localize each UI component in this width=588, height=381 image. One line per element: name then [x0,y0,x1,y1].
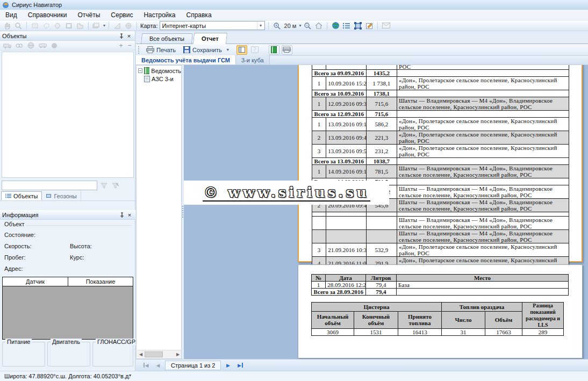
info-panel-header: Информация × [0,210,135,220]
follow-icon[interactable] [14,41,24,50]
tree-item-azs[interactable]: АЗС 3-и [144,76,181,82]
objects-tree-area[interactable] [2,52,134,178]
info-panel-title: Информация [2,212,118,218]
save-dropdown-icon[interactable]: ▾ [227,47,229,52]
sphere-icon[interactable] [49,41,59,50]
tab-geozones[interactable]: Геозоны [42,191,81,200]
scrollbar-thumb[interactable] [145,351,163,357]
layers-button[interactable] [92,21,102,30]
geozone-small-icon [46,193,52,198]
report-toolbar: Печать Сохранить ▾ ? [136,44,588,56]
statusbar-dropdown-icon[interactable]: ▾ [129,373,131,378]
globe-small-icon[interactable] [26,41,35,50]
menu-item[interactable]: Вид [0,10,23,20]
mail-icon[interactable] [381,21,391,30]
page-setup-icon [283,47,291,53]
toggle-parameters-panel-button[interactable] [236,45,247,55]
tab-report[interactable]: Отчет [193,33,227,44]
height-label: Высота: [70,243,92,249]
app-icon [2,2,9,9]
clear-filter-icon[interactable] [110,181,120,190]
page-setup-button[interactable] [282,45,292,55]
map-select[interactable]: Интернет-карты ▾ [160,21,265,30]
report-total-row: Всего за 13.09.20161038,7 [312,158,569,165]
layers-dropdown-icon[interactable]: ▾ [103,23,105,28]
vehicle-icon[interactable] [2,41,12,50]
summary-group-header-row: ЦистернаТоплив ораздачаРазница показаний… [312,303,564,312]
power-groupbox: Питание [2,342,45,366]
tab-all-objects[interactable]: Все объекты [141,33,193,44]
coordinates-label: Широта: 47.88920°с.ш. Долгота: 40.05203°… [4,373,130,379]
notes-icon[interactable] [364,21,374,30]
pan-hand-icon[interactable] [2,21,12,30]
select-polygon-icon[interactable] [75,21,85,30]
van-icon[interactable] [38,41,47,50]
close-icon[interactable]: × [126,211,133,219]
object-filter-input[interactable] [2,181,97,190]
report-data-row: Шахты — Владимировская — М4 «Дон», Влади… [312,230,569,243]
add-object-button[interactable]: + [118,42,124,48]
toolbar-separator [26,22,27,30]
report-data-row: 213.09.2016 09:40221,3«Дон», Пролетарско… [312,131,569,145]
report-book-icon [144,67,149,74]
tree-item-vedomost[interactable]: − Ведомость [137,67,181,74]
snapshot-icon[interactable] [124,21,133,30]
last-page-button[interactable]: ▶ [235,361,246,370]
filter-icon[interactable] [99,181,109,190]
menu-item[interactable]: Настройка [138,10,181,20]
select-region-icon[interactable] [64,21,74,30]
fuel-issue-table-page2: №ДатаЛитровМесто128.09.2016 12:2479,4Баз… [311,274,569,296]
pin-icon[interactable] [118,32,125,40]
sensor-column-header: Датчик [3,277,68,286]
tree-horizontal-scrollbar[interactable]: ◀ ▶ [137,350,182,358]
close-icon[interactable]: × [125,32,133,40]
home-icon[interactable] [314,21,324,30]
zoom-level-dropdown-icon[interactable]: ▾ [299,23,301,28]
toolbar-grip[interactable] [138,46,140,54]
object-group-label: Объект [4,221,26,227]
collapse-icon[interactable]: − [138,68,142,73]
report-preview[interactable]: РОСВсего за 09.09.20161435,2110.09.2016 … [184,65,588,359]
geozone-icon[interactable] [353,21,363,30]
toolbar-separator [377,22,378,30]
tab-fuel-report[interactable]: Ведомость учёта выдачи ГСМ [136,55,236,64]
tab-objects[interactable]: Объекты [1,191,42,200]
menu-item[interactable]: Справка [181,10,217,20]
info-panel-body: Объект Состояние: Скорость: Высота: Проб… [0,220,135,277]
zoom-out-icon[interactable] [303,21,312,30]
pin-icon[interactable] [118,211,126,219]
chevron-down-icon[interactable]: ▾ [257,21,264,30]
measure-ruler-icon[interactable] [112,21,122,30]
zoom-in-icon[interactable] [272,21,282,30]
menu-item[interactable]: Отчёты [72,10,105,20]
report-body: − Ведомость АЗС 3-и ◀ ▶ РОСВсего за 09.0… [136,65,588,359]
globe-icon[interactable] [331,21,340,30]
power-label: Питание [5,339,32,345]
menu-item[interactable]: Сервис [105,10,138,20]
save-button[interactable]: Сохранить [181,46,225,54]
select-lasso-icon[interactable] [41,21,51,30]
remove-object-button[interactable]: − [126,42,133,48]
engine-groupbox: Двигатель [47,342,90,366]
reading-column-header: Показание [68,277,133,286]
previous-page-button[interactable]: ◀ [153,361,163,370]
scroll-right-icon[interactable]: ▶ [174,352,182,357]
menubar: ВидСправочникиОтчётыСервисНастройкаСправ… [0,10,588,20]
course-label: Курс: [70,254,84,261]
scroll-left-icon[interactable]: ◀ [137,352,145,357]
select-rect-icon[interactable] [30,21,40,30]
summary-values-row: 30691531164133117663289 [312,329,564,336]
select-circle-icon[interactable] [53,21,62,30]
help-button[interactable]: ? [249,45,260,55]
zoom-box-icon[interactable] [13,21,23,30]
track-list-icon[interactable] [342,21,352,30]
next-page-button[interactable]: ▶ [223,361,233,370]
report-tabs: Ведомость учёта выдачи ГСМ 3-и куба [136,56,588,65]
report-view-button[interactable] [269,45,279,55]
print-button[interactable]: Печать [144,46,178,54]
menu-item[interactable]: Справочники [23,10,73,20]
page-indicator: Страница 1 из 2 [165,361,221,370]
workspace: Все объекты Отчет Печать Сохранить ▾ ? В… [136,31,588,371]
first-page-button[interactable]: ◀ [140,361,151,370]
tab-3i-kuba[interactable]: 3-и куба [236,55,270,64]
